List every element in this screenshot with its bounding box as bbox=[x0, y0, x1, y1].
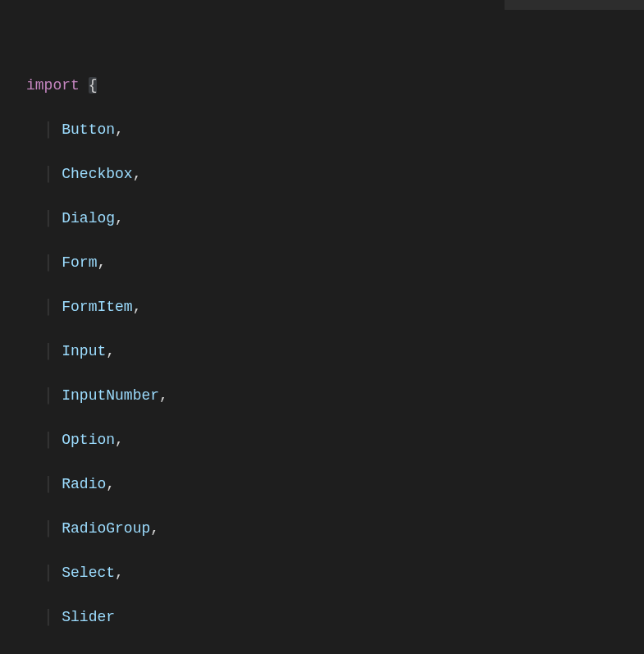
code-line: │ FormItem, bbox=[26, 296, 644, 318]
minimap[interactable] bbox=[505, 0, 644, 10]
code-line: │ Option, bbox=[26, 429, 644, 451]
code-line: │ Input, bbox=[26, 341, 644, 363]
code-line: │ Slider bbox=[26, 606, 644, 629]
import-item: InputNumber bbox=[62, 387, 159, 404]
kw-import: import bbox=[26, 77, 80, 94]
code-line: │ RadioGroup, bbox=[26, 518, 644, 540]
import-item: Dialog bbox=[62, 210, 115, 226]
import-item: Form bbox=[62, 254, 97, 271]
import-item: RadioGroup bbox=[62, 520, 150, 537]
brace-open: { bbox=[89, 77, 98, 94]
import-item: Radio bbox=[62, 476, 106, 492]
import-item: Input bbox=[62, 343, 106, 359]
code-line: │ Select, bbox=[26, 562, 644, 584]
code-line: │ Button, bbox=[26, 119, 644, 141]
code-line: import { bbox=[26, 75, 644, 97]
import-item: Checkbox bbox=[62, 166, 132, 182]
import-item: FormItem bbox=[62, 299, 132, 315]
code-line: │ Dialog, bbox=[26, 208, 644, 230]
import-item: Slider bbox=[62, 609, 115, 625]
code-line: │ InputNumber, bbox=[26, 385, 644, 407]
code-line: │ Radio, bbox=[26, 473, 644, 496]
import-item: Button bbox=[62, 121, 115, 138]
code-line: │ Checkbox, bbox=[26, 163, 644, 185]
code-line: │ Form, bbox=[26, 252, 644, 274]
import-item: Select bbox=[62, 565, 115, 581]
import-item: Option bbox=[62, 432, 115, 448]
code-line: } from "element-ui"; bbox=[26, 651, 644, 654]
code-editor[interactable]: import { │ Button, │ Checkbox, │ Dialog,… bbox=[0, 0, 644, 654]
